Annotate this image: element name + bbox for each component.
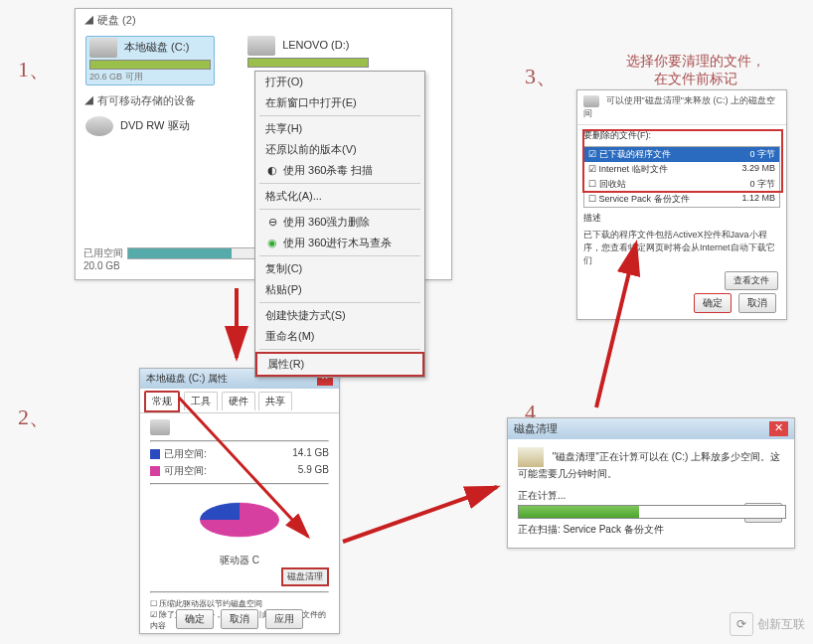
cancel-button[interactable]: 取消 [221, 609, 258, 629]
drives-section-header: ◢ 硬盘 (2) [76, 9, 451, 32]
caption-line1: 选择你要清理的文件， [626, 53, 765, 69]
watermark-text: 创新互联 [757, 616, 805, 633]
step-3-caption: 选择你要清理的文件， 在文件前标记 [591, 52, 800, 87]
hdd-icon [247, 36, 275, 56]
hdd-icon [89, 38, 117, 58]
free-label: 可用空间: [164, 465, 207, 476]
step-2-label: 2、 [18, 402, 51, 432]
menu-properties[interactable]: 属性(R) [255, 352, 424, 377]
menu-360-trojan[interactable]: ◉使用 360进行木马查杀 [255, 233, 424, 253]
menu-open-new[interactable]: 在新窗口中打开(E) [255, 92, 424, 113]
file-row-4[interactable]: ☐ Service Pack 备份文件1.12 MB [584, 192, 779, 207]
disk-cleanup-button[interactable]: 磁盘清理 [281, 567, 329, 586]
properties-dialog: 本地磁盘 (C:) 属性✕ 常规 工具 硬件 共享 已用空间: 14.1 GB … [139, 368, 340, 634]
delete-icon: ⊖ [265, 216, 279, 229]
apply-button[interactable]: 应用 [265, 609, 303, 629]
used-value: 14.1 GB [292, 447, 329, 458]
highlight-box-filelist [582, 129, 783, 193]
scanning-label: 正在扫描: Service Pack 备份文件 [518, 523, 784, 537]
cleanup-progress-dialog: 磁盘清理✕ "磁盘清理"正在计算可以在 (C:) 上释放多少空间。这可能需要几分… [507, 417, 795, 549]
disk-usage-pie [200, 503, 279, 537]
watermark: ⟳ 创新互联 [730, 612, 805, 636]
menu-shortcut[interactable]: 创建快捷方式(S) [255, 305, 424, 326]
drive-d[interactable]: LENOVO (D:) [247, 36, 369, 68]
progress-bar [518, 505, 786, 519]
shield-icon: ◐ [265, 164, 279, 177]
menu-open[interactable]: 打开(O) [255, 72, 424, 92]
bug-icon: ◉ [265, 237, 279, 249]
tab-share[interactable]: 共享 [258, 392, 292, 410]
menu-360-delete[interactable]: ⊖使用 360强力删除 [255, 212, 424, 233]
tab-hardware[interactable]: 硬件 [222, 392, 255, 410]
explorer-window: ◢ 硬盘 (2) 本地磁盘 (C:) 20.6 GB 可用 LENOVO (D:… [75, 8, 452, 280]
dvd-label: DVD RW 驱动 [120, 119, 189, 131]
compress-checkbox-label[interactable]: ☐ 压缩此驱动器以节约磁盘空间 [150, 598, 329, 609]
cleanup-header: 可以使用"磁盘清理"来释放 (C:) 上的磁盘空间 [577, 90, 786, 125]
desc-label: 描述 [583, 212, 780, 225]
tab-tools[interactable]: 工具 [184, 392, 218, 410]
ok-button[interactable]: 确定 [176, 609, 214, 629]
cancel-button[interactable]: 取消 [738, 293, 776, 313]
watermark-logo-icon: ⟳ [730, 612, 753, 636]
step-3-label: 3、 [525, 62, 558, 91]
free-value: 5.9 GB [298, 464, 329, 475]
step-1-label: 1、 [18, 55, 51, 84]
ok-button[interactable]: 确定 [694, 293, 732, 313]
broom-icon [518, 447, 544, 467]
menu-rename[interactable]: 重命名(M) [255, 326, 424, 347]
drive-d-label: LENOVO (D:) [282, 39, 349, 51]
drive-letter-label: 驱动器 C [150, 554, 329, 567]
menu-copy[interactable]: 复制(C) [255, 258, 424, 279]
menu-360-scan[interactable]: ◐使用 360杀毒 扫描 [255, 160, 424, 181]
svg-line-2 [343, 487, 497, 542]
progress-text: "磁盘清理"正在计算可以在 (C:) 上释放多少空间。这可能需要几分钟时间。 [518, 451, 780, 479]
computing-label: 正在计算... [518, 489, 784, 503]
menu-format[interactable]: 格式化(A)... [255, 186, 424, 207]
menu-share[interactable]: 共享(H) [255, 118, 424, 139]
dvd-icon [85, 116, 113, 136]
menu-paste[interactable]: 粘贴(P) [255, 279, 424, 300]
caption-line2: 在文件前标记 [654, 71, 737, 86]
used-label: 已用空间: [164, 448, 207, 459]
menu-restore[interactable]: 还原以前的版本(V) [255, 139, 424, 160]
drive-c-label: 本地磁盘 (C:) [124, 41, 189, 53]
progress-titlebar: 磁盘清理✕ [508, 418, 794, 439]
drive-c-sub: 20.6 GB 可用 [89, 72, 143, 81]
dvd-drive[interactable]: DVD RW 驱动 [85, 116, 190, 136]
cleanup-selection-dialog: 可以使用"磁盘清理"来释放 (C:) 上的磁盘空间 要删除的文件(F): ☑ 已… [576, 89, 787, 320]
view-files-button[interactable]: 查看文件 [725, 271, 778, 290]
context-menu: 打开(O) 在新窗口中打开(E) 共享(H) 还原以前的版本(V) ◐使用 36… [254, 71, 425, 378]
close-icon[interactable]: ✕ [769, 421, 788, 436]
hdd-icon [150, 419, 170, 435]
broom-icon [583, 95, 599, 107]
tab-general[interactable]: 常规 [144, 391, 180, 412]
drive-c[interactable]: 本地磁盘 (C:) 20.6 GB 可用 [85, 36, 215, 85]
file-description: 已下载的程序文件包括ActiveX控件和Java小程序，您查看特定网页时将会从I… [583, 229, 780, 267]
